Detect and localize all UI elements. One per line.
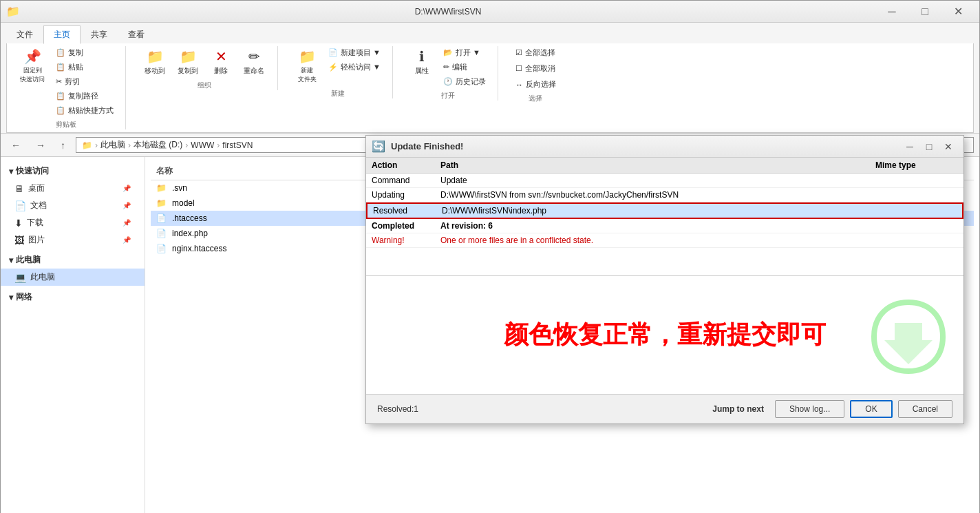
pin-icon-dl: 📌 bbox=[122, 219, 131, 227]
ribbon-tabs: 文件 主页 共享 查看 bbox=[6, 25, 974, 43]
title-bar: 📁 D:\WWW\firstSVN ─ □ ✕ bbox=[1, 1, 979, 23]
edit-button[interactable]: ✏ 编辑 bbox=[440, 61, 489, 74]
breadcrumb-home: 📁 bbox=[82, 140, 92, 150]
dialog-icon: 🔄 bbox=[372, 140, 385, 153]
new-folder-icon: 📁 bbox=[299, 48, 316, 65]
easy-access-button[interactable]: ⚡ 轻松访问 ▼ bbox=[325, 61, 384, 74]
annotation-area: 颜色恢复正常，重新提交即可 bbox=[366, 276, 963, 394]
footer-buttons: Show log... OK Cancel bbox=[775, 400, 952, 418]
tab-file[interactable]: 文件 bbox=[6, 25, 43, 43]
desktop-icon: 🖥 bbox=[14, 183, 24, 194]
properties-icon: ℹ bbox=[419, 48, 425, 65]
close-button[interactable]: ✕ bbox=[942, 1, 974, 23]
pc-icon: 💻 bbox=[14, 272, 26, 283]
documents-icon: 📄 bbox=[14, 200, 26, 211]
open-buttons: ℹ 属性 📂 打开 ▼ ✏ 编辑 🕐 bbox=[407, 46, 489, 88]
file-icon-htaccess: 📄 bbox=[156, 213, 167, 223]
log-path-warning: One or more files are in a conflicted st… bbox=[440, 235, 875, 245]
ribbon-content: 📌 固定到快速访问 📋 复制 📋 粘贴 ✂ bbox=[6, 43, 974, 133]
dialog-close-button[interactable]: ✕ bbox=[939, 138, 958, 155]
quickaccess-label: 快速访问 bbox=[16, 165, 49, 177]
log-row-resolved: Resolved D:\WWW\firstSVN\index.php bbox=[366, 202, 963, 219]
new-item-button[interactable]: 📄 新建项目 ▼ bbox=[325, 46, 384, 59]
tab-share[interactable]: 共享 bbox=[81, 25, 118, 43]
new-folder-button[interactable]: 📁 新建文件夹 bbox=[292, 46, 322, 86]
new-label: 新建 bbox=[331, 89, 345, 98]
dialog-body: Action Path Mime type Command Update Upd… bbox=[366, 158, 963, 394]
move-to-button[interactable]: 📁 移动到 bbox=[140, 46, 170, 78]
properties-button[interactable]: ℹ 属性 bbox=[407, 46, 437, 88]
ribbon-group-clipboard: 📌 固定到快速访问 📋 复制 📋 粘贴 ✂ bbox=[12, 46, 126, 129]
tab-view[interactable]: 查看 bbox=[118, 25, 155, 43]
copy-path-icon: 📋 bbox=[56, 92, 65, 101]
sidebar-item-thispc[interactable]: 💻 此电脑 bbox=[1, 269, 145, 286]
copy-path-button[interactable]: 📋 复制路径 bbox=[52, 90, 117, 103]
open-button[interactable]: 📂 打开 ▼ bbox=[440, 46, 489, 59]
invert-selection-button[interactable]: ↔ 反向选择 bbox=[512, 78, 560, 91]
log-row-updating: Updating D:\WWW\firstSVN from svn://svnb… bbox=[366, 188, 963, 202]
file-label-nginx: nginx.htaccess bbox=[172, 244, 226, 253]
log-action-command: Command bbox=[372, 176, 440, 185]
sidebar-item-desktop[interactable]: 🖥 桌面 📌 bbox=[1, 180, 145, 197]
resolved-count: Resolved:1 bbox=[377, 404, 418, 414]
sidebar-item-pictures[interactable]: 🖼 图片 📌 bbox=[1, 231, 145, 249]
up-button[interactable]: ↑ bbox=[56, 138, 70, 153]
deselect-all-button[interactable]: ☐ 全部取消 bbox=[512, 62, 560, 75]
file-icon-indexphp: 📄 bbox=[156, 229, 167, 238]
pin-icon-desktop: 📌 bbox=[122, 185, 131, 192]
dialog-maximize-button[interactable]: □ bbox=[919, 138, 939, 155]
log-action-warning: Warning! bbox=[372, 235, 440, 245]
explorer-window: 📁 D:\WWW\firstSVN ─ □ ✕ 文件 主页 共享 查看 📌 固定… bbox=[0, 0, 980, 513]
copy-button[interactable]: 📋 复制 bbox=[52, 46, 117, 59]
cancel-button[interactable]: Cancel bbox=[898, 400, 952, 418]
paste-icon: 📋 bbox=[56, 63, 65, 72]
delete-button[interactable]: ✕ 删除 bbox=[206, 46, 236, 78]
forward-button[interactable]: → bbox=[31, 138, 50, 153]
copy-to-button[interactable]: 📁 复制到 bbox=[173, 46, 203, 78]
maximize-button[interactable]: □ bbox=[909, 1, 941, 23]
edit-icon: ✏ bbox=[443, 63, 449, 72]
sidebar-item-documents[interactable]: 📄 文档 📌 bbox=[1, 197, 145, 214]
pin-icon-pic: 📌 bbox=[122, 236, 131, 244]
pin-to-quickaccess-button[interactable]: 📌 固定到快速访问 bbox=[15, 46, 50, 117]
sidebar-desktop-label: 桌面 bbox=[28, 182, 45, 194]
history-icon: 🕐 bbox=[443, 77, 453, 86]
downloads-icon: ⬇ bbox=[14, 218, 23, 229]
select-all-button[interactable]: ☑ 全部选择 bbox=[512, 46, 560, 59]
rename-button[interactable]: ✏ 重命名 bbox=[239, 46, 269, 78]
pin-icon: 📌 bbox=[24, 48, 41, 65]
name-column-header: 名称 bbox=[156, 165, 173, 177]
dialog-minimize-button[interactable]: ─ bbox=[900, 138, 919, 155]
paste-button[interactable]: 📋 粘贴 bbox=[52, 61, 117, 74]
sidebar-section-thispc: ▾ 此电脑 💻 此电脑 bbox=[1, 251, 145, 286]
ribbon-group-select: ☑ 全部选择 ☐ 全部取消 ↔ 反向选择 选择 bbox=[509, 46, 568, 103]
thispc-label: 此电脑 bbox=[16, 254, 41, 266]
ok-button[interactable]: OK bbox=[850, 400, 892, 418]
sidebar-thispc-header: ▾ 此电脑 bbox=[1, 251, 145, 269]
path-col-header: Path bbox=[440, 160, 875, 170]
open-icon: 📂 bbox=[443, 48, 453, 57]
minimize-button[interactable]: ─ bbox=[876, 1, 908, 23]
log-path-completed: At revision: 6 bbox=[440, 221, 875, 231]
back-button[interactable]: ← bbox=[6, 138, 25, 153]
dialog-footer: Resolved:1 Jump to next Show log... OK C… bbox=[366, 394, 963, 423]
window-title: D:\WWW\firstSVN bbox=[20, 7, 876, 17]
paste-shortcut-button[interactable]: 📋 粘贴快捷方式 bbox=[52, 104, 117, 117]
svn-dialog: 🔄 Update Finished! ─ □ ✕ Action Path Mim… bbox=[365, 135, 964, 424]
sidebar-item-downloads[interactable]: ⬇ 下载 📌 bbox=[1, 214, 145, 231]
history-button[interactable]: 🕐 历史记录 bbox=[440, 75, 489, 88]
cut-button[interactable]: ✂ 剪切 bbox=[52, 75, 117, 88]
copy-icon: 📋 bbox=[56, 48, 65, 57]
sidebar-downloads-label: 下载 bbox=[27, 217, 43, 229]
tab-home[interactable]: 主页 bbox=[43, 25, 81, 44]
paste-shortcut-icon: 📋 bbox=[56, 106, 65, 115]
organize-buttons: 📁 移动到 📁 复制到 ✕ 删除 ✏ 重命名 bbox=[140, 46, 269, 78]
sidebar-section-quickaccess: ▾ 快速访问 🖥 桌面 📌 📄 文档 📌 ⬇ 下载 📌 bbox=[1, 163, 145, 249]
log-action-updating: Updating bbox=[372, 190, 440, 200]
invert-icon: ↔ bbox=[515, 81, 523, 89]
file-label-htaccess: .htaccess bbox=[172, 213, 207, 223]
show-log-button[interactable]: Show log... bbox=[775, 400, 844, 418]
ribbon-group-organize: 📁 移动到 📁 复制到 ✕ 删除 ✏ 重命名 bbox=[137, 46, 278, 90]
log-path-command: Update bbox=[440, 176, 875, 185]
clipboard-buttons: 📌 固定到快速访问 📋 复制 📋 粘贴 ✂ bbox=[15, 46, 117, 117]
